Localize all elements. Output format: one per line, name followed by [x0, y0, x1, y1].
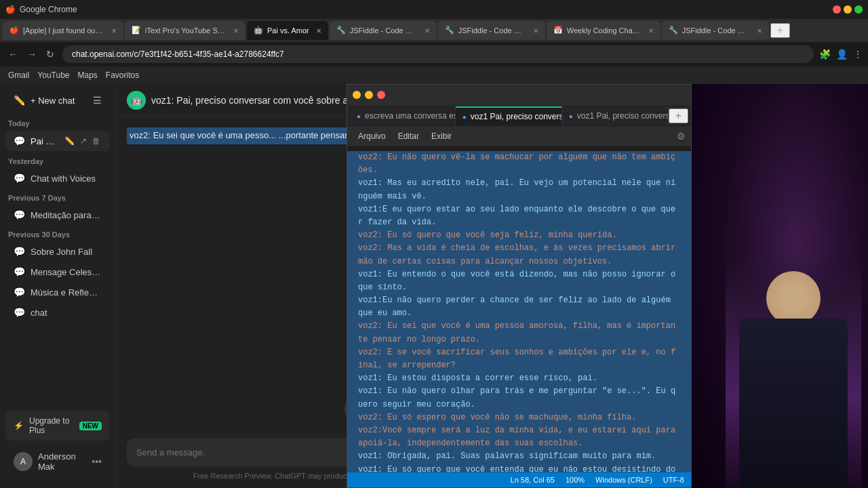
user-profile-item[interactable]: A Anderson Mak ••• — [5, 446, 110, 477]
editor-line[interactable]: voz1: Eu não quero olhar para trás e me … — [347, 385, 691, 411]
maximize-window-button[interactable] — [854, 5, 863, 14]
reload-button[interactable]: ↻ — [43, 47, 57, 61]
editor-tabs-bar: ● escreva uma conversa estilo diálog... … — [347, 105, 691, 127]
sidebar-item-mensagem[interactable]: 💬 Mensage Celestial. — [5, 262, 110, 281]
user-avatar: A — [14, 452, 33, 471]
bookmark-gmail[interactable]: Gmail — [8, 70, 29, 80]
tab-close-7[interactable]: ✕ — [757, 27, 762, 35]
editor-content[interactable]: voz2: Eu não quero vê-la se machucar por… — [347, 146, 691, 472]
editor-line[interactable]: voz1:Eu não quero perder a chance de ser… — [347, 294, 691, 320]
new-chat-button[interactable]: ✏️ + New chat ☰ — [5, 89, 110, 111]
bookmark-maps[interactable]: Maps — [78, 70, 98, 80]
browser-tab-apple[interactable]: 🍎 [Apple] I just found out my mi... ✕ — [3, 21, 123, 40]
profile-icon[interactable]: 👤 — [836, 49, 848, 60]
chat-area: 🤖 voz1: Pai, preciso conversar com você … — [116, 84, 692, 488]
browser-chrome: 🍎 Google Chrome 🍎 [Apple] I just found o… — [0, 0, 868, 84]
browser-tab-pai[interactable]: 🤖 Pai vs. Amor ✕ — [247, 21, 328, 40]
editor-tab-3[interactable]: ● voz1 Pai, preciso conversar com vo... … — [562, 106, 669, 125]
menu-arquivo[interactable]: Arquivo — [353, 129, 391, 143]
editor-line[interactable]: voz1: Eu entendo o que você está dizendo… — [347, 268, 691, 294]
menu-exibir[interactable]: Exibir — [426, 129, 457, 143]
tab-close-2[interactable]: ✕ — [233, 27, 239, 35]
share-chat-button[interactable]: ↗ — [79, 135, 88, 147]
tab-label-6: Weekly Coding Challenge #8 ... — [567, 26, 642, 35]
editor-line[interactable]: voz2: Mas a vida é cheia de escolhas, e … — [347, 242, 691, 268]
chat-icon-pai: 💬 — [14, 136, 25, 146]
gpt-icon: 🤖 — [127, 91, 146, 110]
editor-line[interactable]: voz2: E se você sacrificar seus sonhos e… — [347, 346, 691, 372]
person-head — [766, 271, 821, 325]
editor-line[interactable]: voz2: Eu não quero vê-la se machucar por… — [347, 151, 691, 177]
back-button[interactable]: ← — [5, 47, 20, 61]
tab-close-6[interactable]: ✕ — [648, 27, 654, 35]
sidebar-item-sobre-john[interactable]: 💬 Sobre John Fall — [5, 242, 110, 261]
status-line-col: Ln 58, Col 65 — [511, 476, 555, 484]
tab-label-4: JSFiddle - Code Playground — [350, 26, 418, 35]
sidebar-item-chat-with-voices[interactable]: 💬 Chat with Voices — [5, 169, 110, 188]
show-history-button[interactable]: ☰ — [93, 95, 102, 106]
tab-label-7: JSFiddle - Code Playground — [682, 26, 750, 35]
browser-tab-jsfiddle2[interactable]: 🔧 JSFiddle - Code Playground ✕ — [438, 21, 545, 40]
menu-icon[interactable]: ⋮ — [853, 49, 863, 60]
editor-close-button[interactable] — [377, 91, 385, 99]
window-controls[interactable] — [833, 5, 863, 14]
editor-line[interactable]: voz2: Eu só espero que você não se machu… — [347, 411, 691, 424]
editor-line[interactable]: voz2:Você sempre será a luz da minha vid… — [347, 424, 691, 450]
status-encoding: UTF-8 — [663, 476, 684, 484]
editor-line[interactable]: voz1:E eu quero estar ao seu lado enquan… — [347, 203, 691, 229]
minimize-window-button[interactable] — [844, 5, 852, 14]
editor-tab-2[interactable]: ● voz1 Pai, preciso conversar com vo... … — [456, 106, 562, 125]
address-input[interactable] — [62, 45, 814, 63]
edit-chat-button[interactable]: ✏️ — [63, 135, 76, 147]
sidebar-icon-group: ☰ — [93, 95, 102, 106]
editor-line[interactable]: voz1: Obrigada, pai. Suas palavras signi… — [347, 450, 691, 463]
chat-icon-john: 💬 — [14, 246, 25, 257]
browser-tab-itext[interactable]: 📝 iText Pro's YouTube Stats (Sum... ✕ — [125, 21, 245, 40]
video-background — [692, 84, 868, 488]
delete-chat-button[interactable]: 🗑 — [91, 135, 102, 147]
tab-favicon-3: 🤖 — [254, 26, 263, 35]
user-more-icon[interactable]: ••• — [92, 456, 102, 467]
new-chat-label: + New chat — [31, 96, 75, 106]
tab-close-5[interactable]: ✕ — [533, 27, 538, 35]
bookmark-youtube[interactable]: YouTube — [37, 70, 69, 80]
browser-tab-jsfiddle3[interactable]: 🔧 JSFiddle - Code Playground ✕ — [662, 21, 769, 40]
editor-line[interactable]: voz1: Eu estou disposta a correr esse ri… — [347, 372, 691, 385]
editor-overlay: ● escreva uma conversa estilo diálog... … — [347, 84, 692, 488]
new-chat-icon: ✏️ — [14, 95, 25, 106]
sidebar-item-meditacao[interactable]: 💬 Meditação para sono tranqu... — [5, 205, 110, 224]
tab-favicon-7: 🔧 — [669, 26, 678, 35]
editor-line[interactable]: voz1: Eu só quero que você entenda que e… — [347, 464, 691, 473]
forward-button[interactable]: → — [24, 47, 39, 61]
30days-section-label: Previous 30 Days — [0, 225, 115, 241]
tab-close-4[interactable]: ✕ — [425, 27, 430, 35]
browser-tab-weekly[interactable]: 📅 Weekly Coding Challenge #8 ... ✕ — [547, 21, 660, 40]
editor-minimize-button[interactable] — [353, 91, 361, 99]
menu-editar[interactable]: Editar — [393, 129, 425, 143]
sidebar-item-text-john: Sobre John Fall — [31, 247, 102, 257]
editor-line[interactable]: voz2: Eu sei que você é uma pessoa amoro… — [347, 320, 691, 346]
user-initials: A — [20, 457, 26, 466]
close-window-button[interactable] — [833, 5, 841, 14]
sidebar-item-musica[interactable]: 💬 Música e Reflexões — [5, 283, 110, 302]
editor-maximize-button[interactable] — [365, 91, 373, 99]
new-badge: NEW — [79, 422, 102, 430]
editor-tab-1[interactable]: ● escreva uma conversa estilo diálog... … — [350, 106, 456, 125]
bookmark-favoritos[interactable]: Favoritos — [106, 70, 139, 80]
new-tab-button[interactable]: + — [770, 23, 790, 38]
editor-line[interactable]: voz1: Mas eu acredito nele, pai. Eu vejo… — [347, 177, 691, 203]
extensions-icon[interactable]: 🧩 — [819, 49, 831, 60]
editor-settings-icon[interactable]: ⚙ — [677, 131, 686, 142]
sidebar-item-pai-vs-amor[interactable]: 💬 Pai vs. Amor ✏️ ↗ 🗑 — [5, 131, 110, 151]
sidebar-item-chat[interactable]: 💬 chat — [5, 303, 110, 322]
sidebar: ✏️ + New chat ☰ Today 💬 Pai vs. Amor ✏️ … — [0, 84, 116, 488]
editor-new-tab-button[interactable]: + — [669, 108, 688, 123]
editor-tab-label-2: voz1 Pai, preciso conversar com vo... — [471, 112, 562, 121]
tab-dot-icon-3: ● — [569, 113, 573, 120]
browser-tab-jsfiddle1[interactable]: 🔧 JSFiddle - Code Playground ✕ — [330, 21, 437, 40]
upgrade-button[interactable]: ⚡ Upgrade to Plus NEW — [5, 411, 110, 441]
7days-section-label: Previous 7 Days — [0, 188, 115, 205]
tab-close-3[interactable]: ✕ — [316, 27, 321, 35]
editor-line[interactable]: voz2: Eu só quero que você seja feliz, m… — [347, 229, 691, 242]
tab-close-1[interactable]: ✕ — [111, 27, 117, 35]
